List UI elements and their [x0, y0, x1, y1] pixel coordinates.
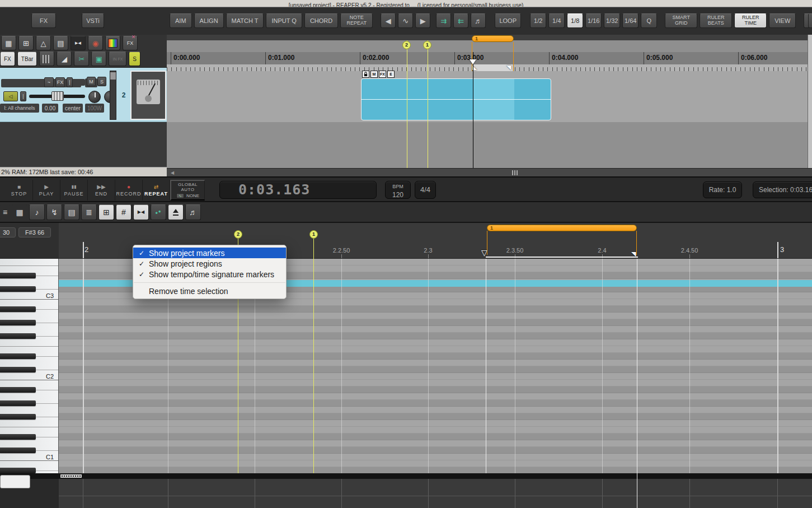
menu-item-remove-time-selection[interactable]: Remove time selection	[133, 286, 286, 296]
media-item[interactable]	[361, 78, 551, 120]
e-item-button[interactable]: E	[387, 71, 395, 78]
menu-item-show-tempo-time-signature-markers[interactable]: ✓Show tempo/time signature markers	[133, 269, 286, 279]
metronome-button[interactable]: △	[36, 36, 51, 50]
mute-button[interactable]: M	[87, 77, 96, 86]
arrange-view[interactable]: 0:00.0000:01.0000:02.0000:03.0000:04.000…	[167, 35, 812, 168]
arrange-v-scrollbar[interactable]	[808, 35, 812, 168]
midi-value-field[interactable]: 30	[0, 227, 16, 237]
track-fx-button[interactable]: FX	[31, 13, 56, 28]
volume-fader-handle[interactable]	[51, 91, 64, 101]
fx-button[interactable]: FX	[55, 77, 65, 87]
input-fx-button[interactable]: IN FX	[109, 52, 126, 66]
routing-matrix-button[interactable]: ⊞	[18, 36, 34, 50]
monitor-button[interactable]: ◁	[3, 91, 18, 101]
midi-region-1[interactable]: 1	[487, 225, 637, 231]
record-button[interactable]: ●RECORD	[115, 180, 143, 201]
scroll-left-button[interactable]: ◀	[168, 170, 176, 176]
black-key[interactable]	[0, 273, 36, 278]
track-control-panel[interactable]: ●●~FX|MS◁|l: All channels0.00center100W2	[0, 67, 167, 122]
region-1[interactable]: 1	[472, 35, 514, 42]
end-button[interactable]: ▶▶END	[88, 180, 115, 201]
time-signature-box[interactable]: 4/4	[415, 181, 436, 199]
play-button[interactable]: ▶PLAY	[33, 180, 60, 201]
grid-1-64-button[interactable]: 1/64	[622, 13, 639, 28]
marker-1[interactable]: 1	[423, 41, 431, 49]
black-key[interactable]	[0, 387, 36, 393]
black-key[interactable]	[0, 353, 36, 359]
note-length-button[interactable]: ♬	[185, 204, 201, 220]
midi-marker-1[interactable]: 1	[309, 230, 318, 239]
smart-grid-button[interactable]: SMART GRID	[665, 13, 697, 28]
arrange-empty-area[interactable]	[167, 122, 812, 168]
clef-button[interactable]: ♪	[29, 204, 45, 220]
note-grid-button[interactable]: ▦	[12, 204, 27, 220]
midi-selection-left-handle[interactable]: ▽	[481, 250, 487, 256]
black-key[interactable]	[0, 306, 36, 312]
align-button[interactable]: ALIGN	[194, 13, 224, 28]
color-palette-button[interactable]	[105, 36, 120, 50]
fx-item-button[interactable]: FX	[379, 71, 386, 78]
menu-item-show-project-regions[interactable]: ✓Show project regions	[133, 258, 286, 269]
envelope-button[interactable]: ~	[44, 77, 54, 87]
mirror-button[interactable]: ▶◀	[133, 204, 149, 220]
eject-button[interactable]	[168, 204, 184, 220]
humanize-button[interactable]: ●●	[151, 204, 166, 220]
input-q-button[interactable]: INPUT Q	[266, 13, 302, 28]
grid-button[interactable]: #	[116, 204, 132, 220]
group-button[interactable]: ▣	[91, 52, 106, 66]
ruler-beats-button[interactable]: RULER BEATS	[700, 13, 732, 28]
grid-1-2-button[interactable]: 1/2	[530, 13, 546, 28]
midi-editor[interactable]: 30 F#3 66 C3C2C1 22.2.502.32.3.502.42.4.…	[0, 223, 812, 508]
solo-button[interactable]: S	[97, 77, 106, 86]
note-repeat-button[interactable]: NOTE REPEAT	[340, 13, 373, 28]
view-button[interactable]: VIEW	[769, 13, 796, 28]
playrate-box[interactable]: Rate: 1.0	[703, 181, 742, 198]
black-key[interactable]	[0, 414, 36, 420]
dock-button[interactable]: ▦	[1, 36, 16, 50]
mixer-button[interactable]	[39, 52, 54, 66]
fade-button[interactable]: ◢	[57, 52, 72, 66]
repeat-button[interactable]: ⇄REPEAT	[143, 180, 170, 201]
grid-1-16-button[interactable]: 1/16	[585, 13, 602, 28]
aim-button[interactable]: AIM	[170, 13, 192, 28]
prev-transient-button[interactable]: ◀	[381, 13, 396, 28]
note-legato-button[interactable]: ♬	[471, 13, 486, 28]
global-auto-button[interactable]: GLOBAL AUTO∿NONE	[170, 180, 205, 201]
track-v-fader-handle[interactable]	[110, 72, 116, 80]
black-key[interactable]	[0, 434, 36, 440]
m-item-button[interactable]: M	[370, 71, 378, 78]
match-t-button[interactable]: MATCH T	[226, 13, 264, 28]
selection-box[interactable]: Selection: 0:03.16	[753, 181, 812, 198]
arrange-h-scrollbar[interactable]: ◀	[167, 168, 812, 176]
nudge-notes-right-button[interactable]: ⇉	[436, 13, 451, 28]
black-key[interactable]	[0, 286, 36, 292]
midi-marker-2[interactable]: 2	[234, 230, 242, 239]
grid-q-button[interactable]: Q	[641, 13, 657, 28]
bpm-box[interactable]: BPM 120	[385, 181, 411, 199]
lane-list-button[interactable]: ≡	[0, 204, 10, 220]
vsti-button[interactable]: VSTi	[82, 13, 104, 28]
black-key[interactable]	[0, 448, 36, 453]
track-list-empty-area[interactable]	[0, 123, 167, 167]
marker-2[interactable]: 2	[402, 41, 411, 49]
grid-notes-button[interactable]: ▤	[64, 204, 79, 220]
pause-button[interactable]: ▮▮PAUSE	[60, 180, 88, 201]
quantize-button[interactable]: ↯	[46, 204, 62, 220]
black-key[interactable]	[0, 320, 36, 325]
black-key[interactable]	[0, 468, 36, 473]
lane-divider-grip[interactable]	[60, 474, 82, 478]
chord-button[interactable]: CHORD	[304, 13, 338, 28]
split-button[interactable]: ✂	[74, 52, 89, 66]
grid-1-4-button[interactable]: 1/4	[548, 13, 565, 28]
phase2-button[interactable]: |	[20, 91, 26, 101]
routing-button[interactable]: ⊞	[98, 204, 114, 220]
grid-1-32-button[interactable]: 1/32	[604, 13, 620, 28]
midi-note-field[interactable]: F#3 66	[18, 227, 51, 237]
scroll-thumb-grip[interactable]	[512, 170, 519, 175]
insert-transient-button[interactable]: ∿	[398, 13, 413, 28]
pan-knob[interactable]	[88, 91, 101, 103]
black-key[interactable]	[0, 367, 36, 372]
tbar-button[interactable]: TBar	[17, 52, 37, 66]
loop-button[interactable]: LOOP	[495, 13, 521, 28]
lane-divider[interactable]	[0, 473, 812, 479]
